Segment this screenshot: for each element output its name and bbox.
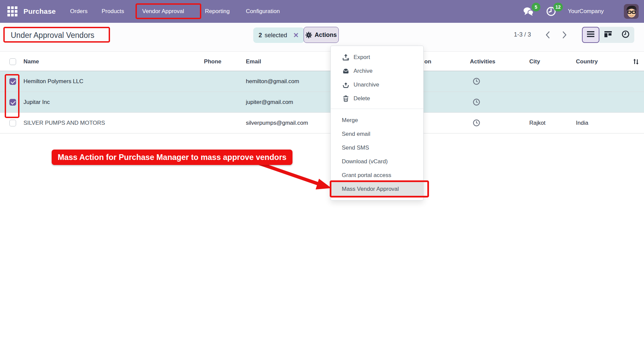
- pager-range: 1-3 / 3: [514, 31, 531, 38]
- chat-icon[interactable]: [522, 0, 535, 23]
- list-view-button[interactable]: [582, 27, 599, 43]
- vendor-city: [529, 71, 570, 92]
- header-name[interactable]: Name: [23, 52, 151, 71]
- menu-item-export[interactable]: Export: [331, 50, 423, 64]
- row-checkbox[interactable]: [9, 78, 16, 85]
- kanban-view-button[interactable]: [599, 27, 617, 43]
- select-all-checkbox[interactable]: [9, 58, 16, 65]
- menu-item-send-email[interactable]: Send email: [331, 127, 423, 141]
- row-checkbox[interactable]: [9, 120, 16, 126]
- activity-view-button[interactable]: [617, 27, 634, 43]
- table-row[interactable]: Hemilton Polymers LLC hemilton@gmail.com: [0, 71, 644, 92]
- table-row[interactable]: SILVER PUMPS AND MOTORS silverpumps@gmai…: [0, 113, 644, 133]
- vendor-city: Rajkot: [529, 113, 570, 133]
- header-phone[interactable]: Phone: [161, 52, 221, 71]
- vendor-name: SILVER PUMPS AND MOTORS: [23, 113, 151, 133]
- optional-columns-icon[interactable]: [630, 52, 642, 71]
- company-switcher[interactable]: YourCompany: [568, 0, 604, 23]
- nav-item-products[interactable]: Products: [102, 0, 124, 23]
- nav-item-vendor-approval[interactable]: Vendor Approval: [142, 0, 184, 23]
- delete-icon: [342, 95, 350, 102]
- actions-dropdown-menu: Export Archive Unarchive: [330, 46, 424, 201]
- vendor-name: Hemilton Polymers LLC: [23, 71, 151, 92]
- export-icon: [342, 54, 350, 61]
- app-name[interactable]: Purchase: [23, 0, 56, 23]
- menu-item-label: Grant portal access: [342, 172, 391, 179]
- page-title: Under Approval Vendors: [11, 31, 94, 40]
- gear-icon: [306, 32, 312, 38]
- pager-next-button[interactable]: [558, 28, 571, 42]
- clock-icon[interactable]: [469, 71, 484, 92]
- menu-item-download-vcard[interactable]: Download (vCard): [331, 155, 423, 168]
- header-partially-hidden[interactable]: on: [424, 52, 444, 71]
- menu-item-label: Merge: [342, 117, 358, 124]
- row-checkbox[interactable]: [9, 99, 16, 106]
- avatar[interactable]: [624, 0, 639, 23]
- messages-badge[interactable]: 5: [532, 3, 540, 11]
- header-city[interactable]: City: [529, 52, 570, 71]
- header-country[interactable]: Country: [576, 52, 623, 71]
- menu-item-label: Download (vCard): [342, 158, 388, 165]
- clock-icon[interactable]: [469, 113, 484, 133]
- menu-item-unarchive[interactable]: Unarchive: [331, 78, 423, 92]
- actions-label: Actions: [315, 32, 337, 39]
- nav-item-reporting[interactable]: Reporting: [205, 0, 230, 23]
- menu-item-grant-portal-access[interactable]: Grant portal access: [331, 168, 423, 182]
- menu-item-delete[interactable]: Delete: [331, 92, 423, 105]
- unarchive-icon: [342, 81, 350, 88]
- menu-item-archive[interactable]: Archive: [331, 64, 423, 78]
- vendor-country: [576, 92, 623, 112]
- menu-item-label: Mass Vendor Approval: [342, 186, 399, 192]
- top-nav: Purchase Orders Products Vendor Approval…: [0, 0, 644, 23]
- menu-item-label: Delete: [354, 95, 370, 102]
- menu-item-label: Send SMS: [342, 145, 369, 151]
- kanban-view-icon: [604, 31, 612, 39]
- menu-item-label: Unarchive: [354, 81, 379, 88]
- app-window: Purchase Orders Products Vendor Approval…: [0, 0, 644, 342]
- table-header: Name Phone Email on Activities City Coun…: [0, 52, 644, 71]
- clock-icon[interactable]: [469, 92, 484, 112]
- header-activities[interactable]: Activities: [470, 52, 510, 71]
- selection-label: selected: [265, 32, 287, 39]
- annotation-label: Mass Action for Purchase Manager to mass…: [52, 150, 292, 165]
- menu-item-label: Send email: [342, 131, 370, 137]
- menu-item-merge[interactable]: Merge: [331, 113, 423, 127]
- nav-item-configuration[interactable]: Configuration: [246, 0, 280, 23]
- menu-item-label: Archive: [354, 68, 373, 74]
- vendor-country: India: [576, 113, 623, 133]
- table-row[interactable]: Jupitar Inc jupiter@gmail.com: [0, 92, 644, 113]
- vendor-country: [576, 71, 623, 92]
- selection-chip: 2 selected ✕: [253, 27, 304, 43]
- activity-view-icon: [622, 30, 630, 40]
- archive-icon: [342, 68, 350, 74]
- vendor-city: [529, 92, 570, 112]
- pager-prev-button[interactable]: [541, 28, 554, 42]
- menu-item-send-sms[interactable]: Send SMS: [331, 141, 423, 155]
- vendor-name: Jupitar Inc: [23, 92, 151, 112]
- list-view-icon: [587, 31, 595, 39]
- apps-grid-icon[interactable]: [7, 0, 17, 23]
- menu-item-mass-vendor-approval[interactable]: Mass Vendor Approval: [331, 182, 423, 196]
- view-switcher: [582, 27, 634, 43]
- selection-count: 2: [259, 32, 262, 39]
- actions-button[interactable]: Actions: [304, 27, 339, 43]
- menu-divider: [331, 109, 423, 109]
- activities-badge[interactable]: 12: [553, 3, 563, 11]
- nav-item-orders[interactable]: Orders: [70, 0, 88, 23]
- menu-item-label: Export: [354, 54, 370, 61]
- clear-selection-button[interactable]: ✕: [293, 31, 299, 39]
